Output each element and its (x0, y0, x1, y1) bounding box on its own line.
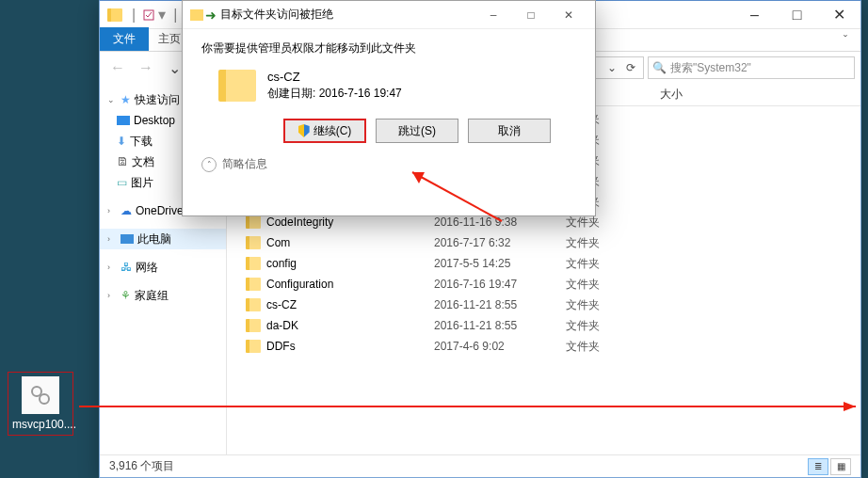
close-button[interactable]: ✕ (818, 2, 860, 28)
sidebar-item-label: 此电脑 (137, 231, 171, 247)
table-row[interactable]: da-DK2016-11-21 8:55文件夹 (227, 315, 860, 336)
downloads-icon: ⬇ (117, 135, 126, 148)
sidebar-item-label: 图片 (131, 175, 153, 191)
item-count: 3,916 个项目 (109, 458, 174, 474)
dialog-file-name: cs-CZ (267, 70, 402, 84)
cancel-button[interactable]: 取消 (468, 119, 551, 143)
homegroup-icon: ⚘ (121, 289, 131, 302)
folder-icon (246, 298, 261, 311)
dialog-file-date: 创建日期: 2016-7-16 19:47 (267, 86, 402, 102)
maximize-button[interactable]: □ (776, 2, 818, 28)
folder-icon (246, 215, 261, 229)
folder-icon (246, 257, 261, 270)
sidebar-item-label: 下载 (130, 134, 153, 150)
documents-icon: 🖺 (117, 155, 128, 168)
file-date: 2017-5-5 14:25 (434, 257, 566, 270)
chevron-up-icon: ˄ (201, 157, 217, 172)
folder-icon (246, 319, 261, 332)
move-arrow-icon: ➜ (205, 8, 217, 23)
sidebar-item-network[interactable]: ›🖧网络 (100, 257, 226, 278)
dialog-minimize-button[interactable]: – (474, 2, 512, 28)
separator: | (173, 7, 177, 24)
table-row[interactable]: cs-CZ2016-11-21 8:55文件夹 (227, 295, 860, 315)
uac-dialog: ➜ 目标文件夹访问被拒绝 – □ ✕ 你需要提供管理员权限才能移动到此文件夹 c… (182, 0, 596, 216)
nav-forward-button[interactable]: → (134, 56, 158, 80)
dialog-message: 你需要提供管理员权限才能移动到此文件夹 (201, 40, 576, 56)
sidebar-item-label: 家庭组 (135, 288, 169, 304)
sidebar-item-label: Desktop (134, 114, 175, 127)
file-name: cs-CZ (266, 298, 297, 311)
file-type: 文件夹 (566, 318, 660, 334)
sidebar-item-homegroup[interactable]: ›⚘家庭组 (100, 285, 226, 306)
file-date: 2016-11-21 8:55 (434, 319, 566, 332)
dialog-maximize-button[interactable]: □ (512, 2, 550, 28)
view-icons-button[interactable]: ▦ (830, 458, 851, 475)
separator: ▾ (158, 6, 166, 24)
table-row[interactable]: DDFs2017-4-6 9:02文件夹 (227, 336, 860, 357)
minimize-button[interactable]: – (733, 2, 776, 28)
file-type: 文件夹 (566, 215, 660, 231)
folder-icon (190, 9, 203, 21)
network-icon: 🖧 (121, 261, 132, 274)
file-name: Configuration (266, 278, 333, 291)
search-placeholder: 搜索"System32" (670, 60, 751, 76)
file-type: 文件夹 (566, 277, 660, 293)
desktop-icon (117, 116, 130, 125)
skip-button[interactable]: 跳过(S) (376, 119, 458, 143)
file-type: 文件夹 (566, 297, 660, 313)
svg-point-1 (40, 394, 49, 404)
file-name: CodeIntegrity (266, 215, 333, 229)
desktop-file-label: msvcp100.... (12, 418, 69, 431)
quick-access-properties-icon[interactable] (143, 9, 154, 21)
file-name: da-DK (266, 319, 298, 332)
file-name: config (266, 257, 297, 270)
folder-icon (107, 8, 122, 22)
details-toggle[interactable]: ˄ 简略信息 (201, 156, 576, 172)
file-date: 2016-7-17 6:32 (434, 236, 566, 249)
button-label: 继续(C) (313, 123, 352, 139)
sidebar-item-label: 文档 (132, 154, 154, 170)
file-date: 2016-7-16 19:47 (434, 278, 566, 291)
dll-icon (22, 376, 59, 414)
dialog-titlebar[interactable]: ➜ 目标文件夹访问被拒绝 – □ ✕ (183, 1, 595, 29)
shield-icon (298, 124, 310, 137)
file-type: 文件夹 (566, 235, 660, 251)
pc-icon (121, 234, 134, 244)
tab-file[interactable]: 文件 (100, 27, 149, 51)
file-date: 2016-11-21 8:55 (434, 298, 566, 311)
address-refresh-icon[interactable]: ⟳ (622, 61, 639, 74)
table-row[interactable]: Com2016-7-17 6:32文件夹 (227, 232, 860, 253)
sidebar-item-this-pc[interactable]: ›此电脑 (100, 229, 226, 249)
onedrive-icon: ☁ (121, 204, 132, 217)
sidebar-item-label: 快速访问 (135, 92, 180, 108)
table-row[interactable]: config2017-5-5 14:25文件夹 (227, 253, 860, 274)
address-dropdown-icon[interactable]: ⌄ (602, 61, 622, 74)
search-input[interactable]: 🔍 搜索"System32" (648, 56, 855, 79)
dialog-close-button[interactable]: ✕ (550, 2, 587, 28)
ribbon-collapse-icon[interactable]: ˇ (830, 30, 860, 51)
folder-icon (246, 278, 261, 291)
folder-icon (246, 236, 261, 249)
file-type: 文件夹 (566, 339, 660, 355)
file-date: 2017-4-6 9:02 (434, 340, 566, 353)
file-type: 文件夹 (566, 256, 660, 272)
continue-button[interactable]: 继续(C) (283, 119, 366, 143)
status-bar: 3,916 个项目 ≣ ▦ (100, 454, 860, 477)
table-row[interactable]: Configuration2016-7-16 19:47文件夹 (227, 274, 860, 295)
sidebar-item-label: 网络 (136, 260, 158, 276)
col-size[interactable]: 大小 (660, 87, 860, 103)
search-icon: 🔍 (652, 61, 667, 74)
details-label: 简略信息 (222, 156, 267, 172)
folder-icon (218, 70, 256, 102)
file-date: 2016-11-16 9:38 (434, 215, 566, 229)
file-name: Com (266, 236, 290, 249)
sidebar-item-label: OneDrive (136, 204, 184, 217)
svg-point-0 (32, 387, 41, 396)
pictures-icon: ▭ (117, 176, 127, 189)
dialog-title: 目标文件夹访问被拒绝 (220, 7, 333, 23)
nav-back-button[interactable]: ← (105, 56, 130, 80)
view-details-button[interactable]: ≣ (808, 458, 828, 475)
desktop-file-icon[interactable]: msvcp100.... (8, 372, 73, 436)
star-icon: ★ (121, 93, 131, 106)
separator: | (132, 7, 136, 24)
